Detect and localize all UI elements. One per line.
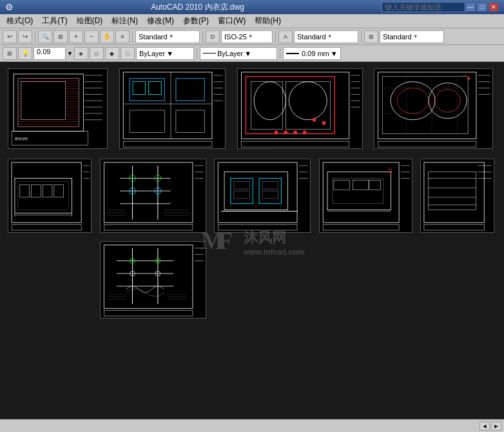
menu-draw[interactable]: 绘图(D) [73,14,107,28]
lineweight-preview [286,53,299,54]
pan[interactable]: ✋ [100,30,114,43]
search-input[interactable] [382,2,465,12]
drawing-card-6[interactable] [100,159,206,233]
svg-text:G1: G1 [463,74,468,77]
menu-modify[interactable]: 修改(M) [143,14,178,28]
lineweight-arrow: ▼ [331,50,338,57]
title-bar-icon: ⚙ [5,2,14,12]
toolbar2: ⊞ 💡 0.09 ▼ ◈ ◇ ◆ □ ByLayer ▼ ByLayer ▼ 0… [0,45,504,62]
svg-point-89 [467,77,470,80]
tablestyle-btn[interactable]: ⊞ [364,30,378,43]
separator1 [35,31,35,43]
color-label: ByLayer [139,50,165,57]
scroll-buttons: ◄ ► [480,422,501,431]
window-controls: — □ ✕ [465,3,499,12]
zoom-in[interactable]: + [69,30,83,43]
linetype-arrow: ▼ [244,50,251,57]
menu-format[interactable]: 格式(O) [3,14,37,28]
scroll-left-button[interactable]: ◄ [480,422,490,431]
lineweight-label: 0.09 mm [302,50,329,57]
status-bar: ◄ ► [0,419,504,432]
standard2-arrow: ▼ [327,34,333,39]
standard2-label: Standard [297,33,326,41]
properties[interactable]: ≡ [115,30,130,43]
linetype-preview [203,53,216,54]
color-arrow: ▼ [166,50,173,57]
standard3-label: Standard [383,33,412,41]
iso25-label: ISO-25 [224,33,247,41]
layer-input[interactable]: 0.09 [34,47,66,60]
standard-arrow: ▼ [169,34,174,39]
standard2-dropdown[interactable]: Standard ▼ [294,30,358,43]
zoom-realtime[interactable]: 🔍 [38,30,52,43]
undo-button[interactable]: ↩ [3,30,17,43]
title-bar: ⚙ AutoCAD 2010 内衣店.dwg — □ ✕ [0,0,504,14]
maximize-button[interactable]: □ [477,3,487,12]
sep-t2-2 [280,48,280,59]
standard-dropdown[interactable]: Standard ▼ [135,30,200,43]
menu-bar: 格式(O) 工具(T) 绘图(D) 标注(N) 修改(M) 参数(P) 窗口(W… [0,14,504,28]
drawing-card-7[interactable] [214,159,311,233]
layer-off[interactable]: 💡 [18,47,32,60]
svg-point-59 [275,130,278,134]
svg-rect-91 [8,159,91,232]
zoom-window[interactable]: ⊞ [53,30,68,43]
svg-point-63 [313,118,316,122]
redo-button[interactable]: ↪ [18,30,32,43]
drawing-card-2[interactable] [119,68,226,149]
standard3-dropdown[interactable]: Standard ▼ [380,30,444,43]
separator3 [202,31,203,43]
svg-point-60 [284,130,287,134]
drawing-card-10[interactable] [100,241,206,319]
standard3-arrow: ▼ [413,34,418,39]
layer-arrow[interactable]: ▼ [67,50,73,57]
drawing-card-8[interactable]: G2 [319,159,412,233]
menu-tools[interactable]: 工具(T) [38,14,71,28]
svg-rect-155 [421,159,494,232]
layer-tool3[interactable]: ◆ [105,47,119,60]
drawing-card-9[interactable] [420,159,494,233]
title-text: AutoCAD 2010 内衣店.dwg [14,2,382,13]
toolbar1: ↩ ↪ 🔍 ⊞ + − ✋ ≡ Standard ▼ D ISO-25 ▼ A … [0,28,504,45]
svg-rect-141 [320,159,411,232]
bylayer-checkbox[interactable]: □ [121,47,135,60]
menu-dimension[interactable]: 标注(N) [108,14,142,28]
menu-window[interactable]: 窗口(W) [214,14,249,28]
color-dropdown[interactable]: ByLayer ▼ [136,47,194,60]
svg-rect-166 [101,242,205,318]
zoom-out[interactable]: − [84,30,99,43]
drawing-card-3[interactable] [237,68,363,149]
iso25-arrow: ▼ [248,34,253,39]
svg-point-62 [303,130,307,134]
svg-text:图纸说明: 图纸说明 [15,137,28,141]
textstyle-btn[interactable]: A [278,30,293,43]
close-button[interactable]: ✕ [489,3,499,12]
separator4 [275,31,276,43]
dimstyle-btn[interactable]: D [206,30,220,43]
iso25-dropdown[interactable]: ISO-25 ▼ [221,30,273,43]
drawing-card-1[interactable]: 图纸说明 [8,68,108,149]
drawing-card-4[interactable]: G1 [374,68,493,149]
svg-rect-52 [238,69,362,148]
menu-help[interactable]: 帮助(H) [251,14,285,28]
canvas-area[interactable]: M F 沐风网 www.mfcad.com [0,62,504,423]
layer-tool1[interactable]: ◈ [74,47,88,60]
separator5 [361,31,362,43]
menu-params[interactable]: 参数(P) [179,14,213,28]
layer-tool2[interactable]: ◇ [90,47,104,60]
sep-t2-1 [197,48,197,59]
minimize-button[interactable]: — [465,3,476,12]
layer-manager[interactable]: ⊞ [3,47,17,60]
drawing-card-5[interactable] [8,159,92,233]
svg-point-61 [293,130,297,134]
scroll-right-button[interactable]: ► [491,422,501,431]
lineweight-dropdown[interactable]: 0.09 mm ▼ [283,47,341,60]
svg-point-64 [322,121,325,125]
linetype-label: ByLayer [217,50,243,57]
standard-label: Standard [139,33,168,41]
linetype-dropdown[interactable]: ByLayer ▼ [200,47,277,60]
svg-rect-106 [101,159,205,232]
separator2 [132,31,133,43]
svg-point-149 [389,171,392,173]
svg-rect-36 [120,69,224,148]
